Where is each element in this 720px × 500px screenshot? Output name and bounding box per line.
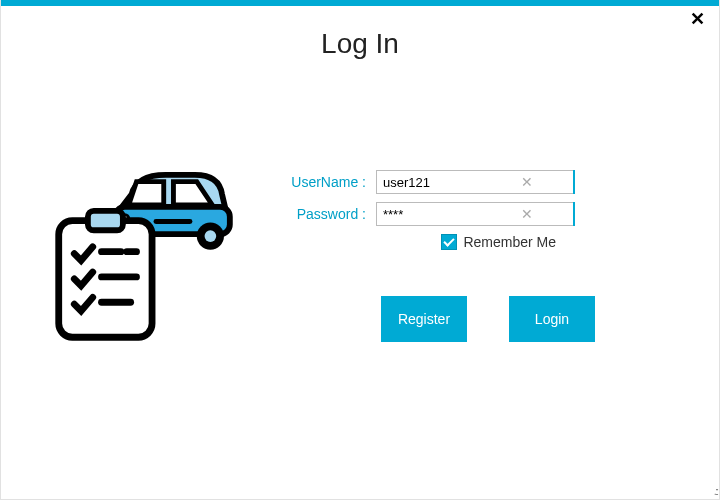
remember-row: Remember Me: [281, 234, 556, 250]
clear-password-icon[interactable]: ✕: [518, 202, 536, 226]
remember-label: Remember Me: [463, 234, 556, 250]
login-form: UserName : ✕ Password : ✕ Remember Me: [251, 170, 699, 345]
username-row: UserName : ✕: [281, 170, 699, 194]
password-label: Password :: [281, 206, 376, 222]
svg-rect-8: [87, 211, 122, 230]
window-top-strip: [1, 0, 719, 6]
content-area: UserName : ✕ Password : ✕ Remember Me: [1, 170, 719, 345]
password-input-wrap: ✕: [376, 202, 556, 226]
page-title: Log In: [1, 28, 719, 60]
username-label: UserName :: [281, 174, 376, 190]
register-button[interactable]: Register: [381, 296, 467, 342]
svg-point-5: [204, 230, 216, 242]
password-field[interactable]: [376, 202, 573, 226]
login-window: ✕ Log In: [0, 0, 720, 500]
username-cap[interactable]: [573, 170, 575, 194]
username-field[interactable]: [376, 170, 573, 194]
close-icon[interactable]: ✕: [690, 10, 705, 28]
login-button[interactable]: Login: [509, 296, 595, 342]
resize-grip-icon[interactable]: .::: [714, 485, 717, 497]
password-reveal-icon[interactable]: [573, 202, 575, 226]
remember-checkbox[interactable]: [441, 234, 457, 250]
car-clipboard-icon: [21, 170, 251, 345]
username-input-wrap: ✕: [376, 170, 556, 194]
button-row: Register Login: [381, 296, 699, 342]
clear-username-icon[interactable]: ✕: [518, 170, 536, 194]
password-row: Password : ✕: [281, 202, 699, 226]
